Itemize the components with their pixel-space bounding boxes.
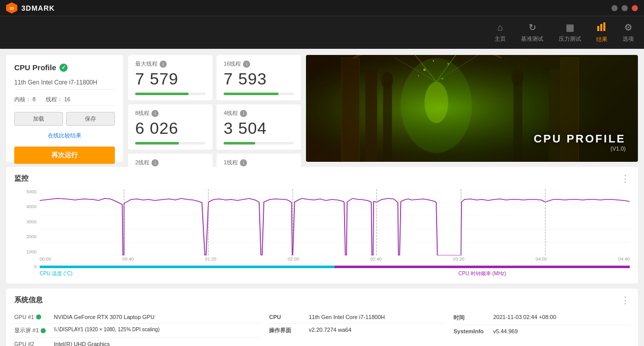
cores-label: 内核： 8 xyxy=(14,96,36,103)
chart-legend xyxy=(40,266,630,268)
score-bar-thread_8 xyxy=(135,142,205,145)
close-button[interactable]: ✕ xyxy=(632,5,638,11)
app-logo-icon: 3D xyxy=(6,3,17,14)
check-icon: ✓ xyxy=(59,64,68,72)
sysinfo-section: 系统信息 ⋮ GPU #1 NVIDIA GeForce RTX 3070 La… xyxy=(6,289,638,346)
nav-label-stress: 压力测试 xyxy=(559,35,581,43)
display1-status-dot xyxy=(41,328,46,333)
bench-icon: ↻ xyxy=(529,22,536,33)
y-label-4000: 4000 xyxy=(26,204,37,209)
sysinfo-key-cpu: CPU xyxy=(269,314,304,320)
monitor-title: 监控 xyxy=(14,174,28,183)
window-controls: ─ □ ✕ xyxy=(611,5,638,11)
svg-point-20 xyxy=(441,78,443,79)
svg-point-18 xyxy=(447,63,449,65)
sysinfo-val-time: 2021-11-03 02:44 +08:00 xyxy=(493,314,556,320)
score-card-max_thread: 最大线程 i 7 579 xyxy=(128,55,212,100)
nav-item-stress[interactable]: ▦ 压力测试 xyxy=(559,22,581,43)
score-label-thread_16: 16线程 i xyxy=(224,60,294,68)
y-label-5000: 5000 xyxy=(26,189,37,194)
svg-point-23 xyxy=(381,72,393,89)
score-card-thread_8: 8线程 i 6 026 xyxy=(128,104,212,150)
sysinfo-row-os: 操作界面 v2.20.7274 wa64 xyxy=(269,324,445,337)
preview-title-area: CPU PROFILE (V1.0) xyxy=(534,132,626,152)
y-label-3000: 3000 xyxy=(26,219,37,224)
options-icon: ⚙ xyxy=(624,22,632,33)
titlebar: 3D 3DMARK ─ □ ✕ xyxy=(0,0,644,16)
score-bar-fill-thread_4 xyxy=(224,142,255,145)
sysinfo-val-os: v2.20.7274 wa64 xyxy=(309,327,351,333)
sysinfo-val-display1: \\.\DISPLAY1 (1920 × 1080, 125% DPI scal… xyxy=(54,327,160,332)
score-bar-max_thread xyxy=(135,93,205,95)
y-label-2000: 2000 xyxy=(26,234,37,239)
sysinfo-col-2: CPU 11th Gen Intel Core i7-11800H 操作界面 v… xyxy=(269,311,445,346)
minimize-button[interactable]: ─ xyxy=(611,5,618,11)
svg-point-25 xyxy=(512,69,524,86)
sysinfo-val-sysinfo: v5.44.969 xyxy=(493,328,517,334)
sysinfo-key-gpu2: GPU #2 xyxy=(14,341,50,346)
svg-text:3D: 3D xyxy=(10,7,14,10)
sysinfo-val-cpu: 11th Gen Intel Core i7-11800H xyxy=(309,314,385,320)
score-value-thread_8: 6 026 xyxy=(135,119,205,138)
nav-item-options[interactable]: ⚙ 选项 xyxy=(623,22,634,43)
cpu-specs: 内核： 8 线程： 16 xyxy=(14,94,115,106)
svg-rect-7 xyxy=(342,58,359,162)
sysinfo-header: 系统信息 ⋮ xyxy=(14,295,630,306)
info-icon-thread_4: i xyxy=(240,110,247,117)
svg-rect-4 xyxy=(603,22,605,31)
svg-point-17 xyxy=(423,69,426,71)
score-bar-thread_16 xyxy=(224,93,294,95)
card-title: CPU Profile ✓ xyxy=(14,63,115,72)
threads-label: 线程： 16 xyxy=(46,96,70,103)
compare-button[interactable]: 在线比较结果 xyxy=(14,130,115,141)
info-icon-thread_16: i xyxy=(243,61,250,68)
save-button[interactable]: 保存 xyxy=(66,112,115,126)
x-label-5: 03:20 xyxy=(453,256,465,262)
sysinfo-row-gpu1: GPU #1 NVIDIA GeForce RTX 3070 Laptop GP… xyxy=(14,311,261,324)
card-title-text: CPU Profile xyxy=(14,63,56,72)
sysinfo-row-gpu2: GPU #2 Intel(R) UHD Graphics xyxy=(14,338,261,346)
nav-label-results: 结果 xyxy=(596,36,607,43)
chart-area: 00:00 00:40 01:20 02:00 02:40 03:20 04:0… xyxy=(40,189,630,277)
sysinfo-row-display1: 显示屏 #1 \\.\DISPLAY1 (1920 × 1080, 125% D… xyxy=(14,324,261,338)
svg-point-19 xyxy=(433,61,434,62)
sysinfo-key-time: 时间 xyxy=(453,314,489,322)
add-button[interactable]: 加载 xyxy=(14,112,63,126)
y-label-0: 0 xyxy=(34,264,37,269)
score-value-max_thread: 7 579 xyxy=(135,70,205,89)
x-label-2: 01:20 xyxy=(205,256,217,262)
nav-item-home[interactable]: ⌂ 主页 xyxy=(495,22,506,43)
chart-svg xyxy=(40,189,630,255)
score-bar-fill-max_thread xyxy=(135,93,189,95)
info-icon-max_thread: i xyxy=(160,61,167,68)
nav-item-results[interactable]: 结果 xyxy=(596,22,607,43)
sysinfo-col-1: GPU #1 NVIDIA GeForce RTX 3070 Laptop GP… xyxy=(14,311,261,346)
info-icon-thread_8: i xyxy=(151,110,159,117)
monitor-header: 监控 ⋮ xyxy=(14,173,630,184)
sysinfo-val-gpu1: NVIDIA GeForce RTX 3070 Laptop GPU xyxy=(54,314,155,320)
svg-rect-2 xyxy=(597,26,599,31)
y-axis: 5000 4000 3000 2000 1000 0 xyxy=(14,189,40,277)
sysinfo-key-gpu1: GPU #1 xyxy=(14,314,50,320)
results-icon xyxy=(597,22,607,34)
nav-label-bench: 基准测试 xyxy=(521,35,543,43)
score-value-thread_16: 7 593 xyxy=(224,70,294,89)
maximize-button[interactable]: □ xyxy=(622,5,628,11)
x-label-4: 02:40 xyxy=(371,256,382,262)
preview-title: CPU PROFILE xyxy=(534,132,626,146)
score-bar-thread_4 xyxy=(224,142,294,145)
run-button[interactable]: 再次运行 xyxy=(14,147,115,164)
sysinfo-title: 系统信息 xyxy=(14,296,43,305)
sysinfo-key-display1: 显示屏 #1 xyxy=(14,327,50,334)
x-label-0: 00:00 xyxy=(40,256,51,262)
navbar: ⌂ 主页 ↻ 基准测试 ▦ 压力测试 结果 ⚙ 选项 xyxy=(0,16,644,49)
legend-bar xyxy=(40,266,630,268)
score-label-thread_4: 4线程 i xyxy=(224,109,294,117)
nav-item-bench[interactable]: ↻ 基准测试 xyxy=(521,22,543,43)
info-icon-thread_2: i xyxy=(151,159,159,166)
sysinfo-more-icon[interactable]: ⋮ xyxy=(621,295,630,306)
monitor-more-icon[interactable]: ⋮ xyxy=(621,173,630,184)
y-label-1000: 1000 xyxy=(26,249,37,254)
titlebar-left: 3D 3DMARK xyxy=(6,3,55,14)
cpu-action-buttons: 加载 保存 xyxy=(14,112,115,126)
